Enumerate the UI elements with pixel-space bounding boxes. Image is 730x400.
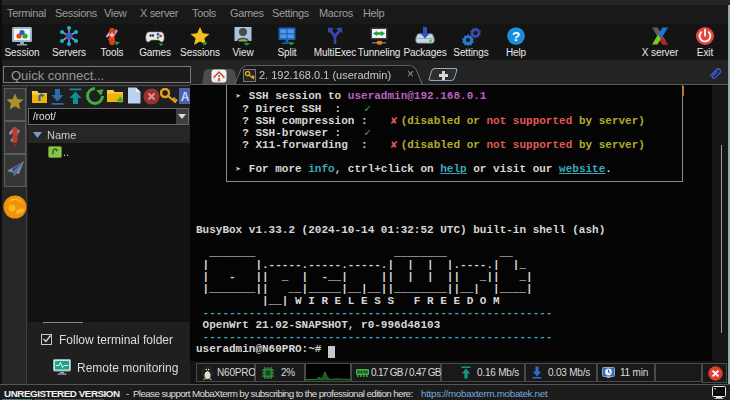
svg-text:A: A [181, 90, 190, 104]
svg-text:?: ? [512, 29, 520, 44]
